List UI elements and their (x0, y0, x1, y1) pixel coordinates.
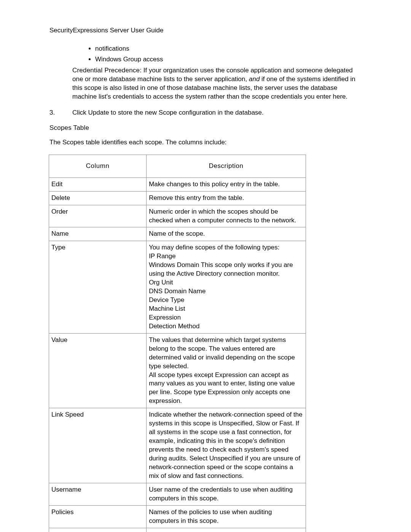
cell-description: Notifications to run when a computer in … (147, 528, 306, 532)
step-number: 3. (49, 109, 72, 117)
cell-column: Device Connect Notifications (49, 528, 147, 532)
cell-column: Delete (49, 191, 147, 205)
table-row: Device Connect NotificationsNotification… (49, 528, 306, 532)
cell-description: Remove this entry from the table. (147, 191, 306, 205)
cell-column: Type (49, 241, 147, 333)
cell-column: Link Speed (49, 408, 147, 483)
cell-description: Names of the policies to use when auditi… (147, 505, 306, 528)
cell-column: Username (49, 483, 147, 505)
cell-column: Value (49, 333, 147, 408)
th-column: Column (49, 155, 147, 177)
table-row: NameName of the scope. (49, 227, 306, 241)
section-heading-scopes-table: Scopes Table (49, 124, 362, 132)
page-header: SecurityExpressions Server User Guide (49, 27, 362, 34)
bullet-item: Windows Group access (95, 56, 362, 63)
scopes-table: Column Description EditMake changes to t… (49, 155, 306, 532)
cell-column: Policies (49, 505, 147, 528)
credential-precedence-paragraph: Credential Precedence: If your organizat… (72, 66, 362, 101)
page-content: SecurityExpressions Server User Guide no… (0, 0, 411, 532)
step-text-b: to store the new Scope configuration in … (109, 109, 263, 116)
table-row: TypeYou may define scopes of the followi… (49, 241, 306, 333)
th-description: Description (147, 155, 306, 177)
cell-description: The values that determine which target s… (147, 333, 306, 408)
table-row: OrderNumeric order in which the scopes s… (49, 205, 306, 227)
cell-description: Make changes to this policy entry in the… (147, 177, 306, 191)
cell-description: Indicate whether the network-connection … (147, 408, 306, 483)
cell-description: Name of the scope. (147, 227, 306, 241)
table-row: EditMake changes to this policy entry in… (49, 177, 306, 191)
step-3: 3. Click Update to store the new Scope c… (49, 109, 362, 117)
table-body: EditMake changes to this policy entry in… (49, 177, 306, 532)
cell-description: Numeric order in which the scopes should… (147, 205, 306, 227)
credential-label: Credential Precedence: (72, 67, 142, 74)
cell-column: Order (49, 205, 147, 227)
table-row: UsernameUser name of the credentials to … (49, 483, 306, 505)
credential-and: and (249, 75, 260, 83)
step-text-a: Click (72, 109, 88, 116)
cell-column: Name (49, 227, 147, 241)
step-text: Click Update to store the new Scope conf… (72, 109, 362, 117)
table-row: PoliciesNames of the policies to use whe… (49, 505, 306, 528)
step-update-word: Update (88, 109, 109, 116)
table-header-row: Column Description (49, 155, 306, 177)
table-row: DeleteRemove this entry from the table. (49, 191, 306, 205)
bullet-list: notifications Windows Group access (49, 45, 362, 63)
bullet-item: notifications (95, 45, 362, 53)
cell-description: User name of the credentials to use when… (147, 483, 306, 505)
table-row: ValueThe values that determine which tar… (49, 333, 306, 408)
cell-column: Edit (49, 177, 147, 191)
cell-description: You may define scopes of the following t… (147, 241, 306, 333)
scopes-intro: The Scopes table identifies each scope. … (49, 139, 362, 146)
table-row: Link SpeedIndicate whether the network-c… (49, 408, 306, 483)
